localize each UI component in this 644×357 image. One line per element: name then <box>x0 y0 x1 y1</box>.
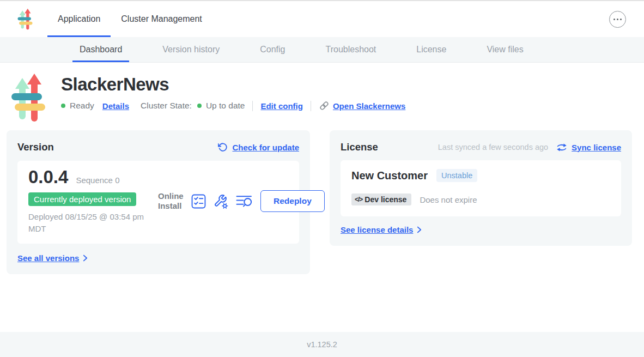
page-title: SlackerNews <box>61 75 405 94</box>
ellipsis-menu-icon[interactable] <box>609 11 626 28</box>
see-license-details-link[interactable]: See license details <box>341 225 422 234</box>
dashboard-cards: Version Check for update 0.0.4 Sequence … <box>7 130 632 274</box>
menu-dot <box>617 19 618 20</box>
version-actions: Online Install <box>158 190 325 212</box>
redeploy-button[interactable]: Redeploy <box>260 190 325 212</box>
tab-view-files[interactable]: View files <box>487 37 523 62</box>
app-sub-navigation: Dashboard Version history Config Trouble… <box>0 37 644 63</box>
slackernews-logo <box>11 72 45 123</box>
install-type-label: Online Install <box>158 191 184 212</box>
sync-arrows-icon <box>556 143 567 152</box>
details-link[interactable]: Details <box>102 101 129 111</box>
link-icon <box>319 100 330 111</box>
tab-dashboard[interactable]: Dashboard <box>80 37 122 62</box>
license-card: License Last synced a few seconds ago Sy… <box>330 130 632 246</box>
app-logo-icon <box>17 8 33 30</box>
refresh-icon <box>218 142 228 152</box>
version-card-title: Version <box>17 141 54 153</box>
sync-license-link[interactable]: Sync license <box>556 143 621 152</box>
top-nav-tabs: Application Cluster Management <box>47 1 212 37</box>
check-for-update-link[interactable]: Check for update <box>218 142 299 152</box>
version-info-column: 0.0.4 Sequence 0 Currently deployed vers… <box>28 168 158 235</box>
currently-deployed-badge: Currently deployed version <box>28 192 136 206</box>
tab-version-history[interactable]: Version history <box>162 37 220 62</box>
tab-config[interactable]: Config <box>260 37 285 62</box>
cluster-state-value: Up to date <box>206 101 245 111</box>
customer-name: New Customer <box>351 170 428 182</box>
green-status-dot <box>61 104 65 108</box>
open-app-link[interactable]: Open Slackernews <box>333 101 405 111</box>
license-info-panel: New Customer Unstable </> Dev license Do… <box>341 160 621 216</box>
version-number: 0.0.4 <box>28 168 68 186</box>
config-wrench-icon[interactable] <box>214 194 228 209</box>
last-synced-label: Last synced a few seconds ago <box>438 143 548 152</box>
license-card-title: License <box>341 141 378 153</box>
app-header: SlackerNews Ready Details Cluster State:… <box>0 63 644 123</box>
app-status-label: Ready <box>70 101 94 111</box>
channel-badge: Unstable <box>436 169 477 182</box>
edit-config-link[interactable]: Edit config <box>260 101 303 111</box>
chevron-right-icon <box>83 255 88 262</box>
preflight-checklist-icon[interactable] <box>191 194 206 209</box>
cluster-state-label: Cluster State: <box>141 101 192 111</box>
current-version-panel: 0.0.4 Sequence 0 Currently deployed vers… <box>17 161 299 244</box>
tab-troubleshoot[interactable]: Troubleshoot <box>325 37 376 62</box>
version-card: Version Check for update 0.0.4 Sequence … <box>7 130 310 274</box>
view-logs-icon[interactable] <box>236 195 253 208</box>
tab-license[interactable]: License <box>416 37 446 62</box>
console-footer: v1.125.2 <box>0 332 644 357</box>
top-navigation: Application Cluster Management <box>0 0 644 37</box>
see-all-versions-link[interactable]: See all versions <box>17 253 88 263</box>
divider <box>252 101 253 111</box>
menu-dot <box>620 19 622 20</box>
green-status-dot <box>197 104 202 108</box>
divider <box>311 101 311 111</box>
code-icon: </> <box>355 196 362 203</box>
app-status-row: Ready Details Cluster State: Up to date … <box>61 100 405 111</box>
tab-cluster-management[interactable]: Cluster Management <box>111 1 212 37</box>
menu-dot <box>613 19 615 20</box>
console-version: v1.125.2 <box>307 340 337 349</box>
chevron-right-icon <box>417 226 422 233</box>
license-expiry: Does not expire <box>420 195 477 204</box>
deployed-timestamp: Deployed 08/15/25 @ 03:54 pm MDT <box>28 211 158 235</box>
tab-application[interactable]: Application <box>47 1 111 37</box>
license-type-tag: </> Dev license <box>351 193 411 205</box>
sequence-label: Sequence 0 <box>76 176 119 185</box>
